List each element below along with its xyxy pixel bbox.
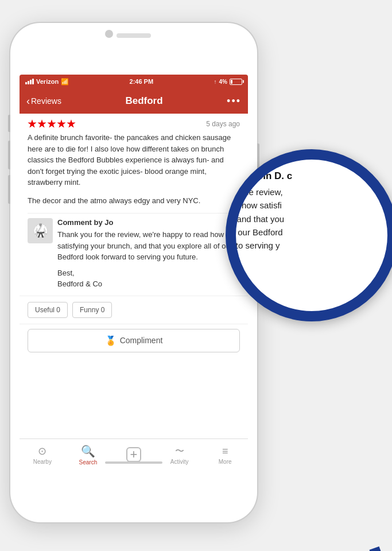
tab-nearby[interactable]: ⊙ Nearby <box>20 445 65 465</box>
home-indicator <box>105 461 162 464</box>
tab-search[interactable]: 🔍 Search <box>65 444 111 465</box>
battery-percent: 4% <box>219 79 227 85</box>
battery-fill <box>231 80 232 84</box>
comment-text: Thank you for the review, we're happy to… <box>57 229 240 263</box>
comment-author: Comment by Jo <box>57 218 240 227</box>
magnifier-sign: Best,Bedford & Co <box>226 271 392 299</box>
magnifier-text-block: Comment by John D. c Thank you for the r… <box>226 170 392 299</box>
funny-button[interactable]: Funny 0 <box>72 302 112 318</box>
back-chevron-icon: ‹ <box>26 95 30 107</box>
compliment-bar: 🏅 Compliment <box>20 324 248 357</box>
tab-activity[interactable]: 〜 Activity <box>157 445 203 465</box>
review-content: 5 days ago A definite brunch favorite- t… <box>20 114 248 296</box>
back-label: Reviews <box>31 96 61 106</box>
useful-button[interactable]: Useful 0 <box>28 302 68 318</box>
tab-add[interactable]: + <box>111 447 157 463</box>
star-1 <box>28 119 37 129</box>
nearby-icon: ⊙ <box>38 445 46 457</box>
compliment-icon: 🏅 <box>105 335 117 346</box>
review-header: 5 days ago <box>28 119 240 129</box>
review-date: 5 days ago <box>206 120 240 128</box>
status-bar: Verizon 📶 2:46 PM ↑ 4% <box>20 75 248 88</box>
tab-nearby-label: Nearby <box>33 459 52 465</box>
tab-more-label: More <box>219 459 232 465</box>
comment-body: Comment by Jo Thank you for the review, … <box>57 218 240 290</box>
carrier-label: Verizon <box>36 78 59 85</box>
magnifier-author: Comment by John D. c <box>226 170 392 182</box>
status-right: ↑ 4% <box>214 79 242 85</box>
location-icon: ↑ <box>214 79 217 85</box>
battery-icon <box>230 79 242 85</box>
nav-title: Bedford <box>61 95 227 107</box>
phone-btn-vol-up <box>8 141 10 169</box>
tab-search-label: Search <box>79 459 98 465</box>
status-time: 2:46 PM <box>130 78 154 85</box>
comment-avatar: 🥋 <box>28 218 53 243</box>
comment-section: 🥋 Comment by Jo Thank you for the review… <box>28 218 240 290</box>
star-5 <box>67 119 76 129</box>
avatar-icon: 🥋 <box>33 223 48 238</box>
magnifier: decor and the at edgy and very NYC. 🥋 Co… <box>226 149 392 321</box>
add-icon: + <box>126 447 141 462</box>
phone-screen: Verizon 📶 2:46 PM ↑ 4% <box>20 75 248 471</box>
nav-bar: ‹ Reviews Bedford ••• <box>20 88 248 114</box>
compliment-label: Compliment <box>120 336 163 345</box>
phone-frame: Verizon 📶 2:46 PM ↑ 4% <box>10 23 257 522</box>
magnifier-handle <box>370 546 386 551</box>
review-text-1: A definite brunch favorite- the pancakes… <box>28 132 240 188</box>
review-text-2: The decor and the atmo always edgy and v… <box>28 195 240 207</box>
phone-btn-vol-down <box>8 175 10 204</box>
magnifier-content: decor and the at edgy and very NYC. 🥋 Co… <box>226 149 392 305</box>
more-icon: ≡ <box>222 445 228 457</box>
star-4 <box>57 119 66 129</box>
magnifier-body: Thank you for the review,happy to read h… <box>226 185 392 266</box>
search-icon: 🔍 <box>81 444 95 458</box>
screen-body: 5 days ago A definite brunch favorite- t… <box>20 114 248 471</box>
tab-bar: ⊙ Nearby 🔍 Search + 〜 Activity <box>20 439 248 471</box>
phone-btn-silent <box>8 115 10 132</box>
star-3 <box>47 119 56 129</box>
compliment-button[interactable]: 🏅 Compliment <box>28 329 240 352</box>
action-buttons: Useful 0 Funny 0 <box>20 296 248 324</box>
tab-more[interactable]: ≡ More <box>202 445 248 465</box>
status-left: Verizon 📶 <box>25 78 69 86</box>
star-rating <box>28 119 76 129</box>
star-2 <box>37 119 46 129</box>
magnifier-comment: 🥋 Comment by John D. c Thank you for the… <box>226 165 392 305</box>
wifi-icon: 📶 <box>61 78 69 86</box>
back-button[interactable]: ‹ Reviews <box>26 95 61 107</box>
divider <box>28 213 240 214</box>
comment-sign: Best,Bedford & Co <box>57 267 240 290</box>
signal-bars <box>25 79 34 84</box>
activity-icon: 〜 <box>175 445 184 457</box>
tab-activity-label: Activity <box>170 459 189 465</box>
more-button[interactable]: ••• <box>227 95 241 107</box>
phone-speaker <box>117 33 151 38</box>
phone-camera <box>105 30 113 38</box>
